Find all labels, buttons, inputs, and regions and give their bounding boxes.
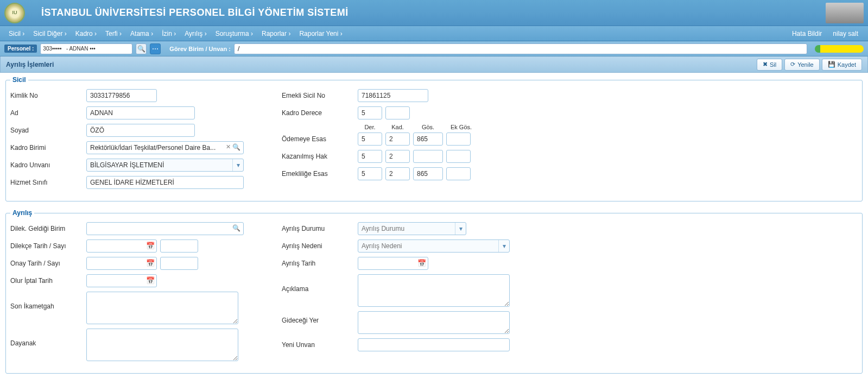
dilekce-tarih-label: Dilekçe Tarih / Sayı [10,242,86,250]
dilek-birim-label: Dilek. Geldiği Birim [10,225,86,232]
university-logo: IU [4,3,25,23]
odemeye-esas-label: Ödemeye Esas [282,135,358,143]
gate-logo [826,3,864,23]
kadro-derece-label: Kadro Derece [282,109,358,117]
app-title: İSTANBUL ÜNİVERSİTESİ PERSONEL BİLGİ YÖN… [41,7,349,18]
emeklilik-gos-input[interactable] [413,167,443,180]
hizmet-sinifi-label: Hizmet Sınıfı [10,179,86,186]
odemeye-ekgos-input[interactable] [446,133,471,146]
sil-button[interactable]: ✖Sil [757,59,782,71]
kimlik-no-input[interactable] [86,89,157,102]
personel-more-icon[interactable]: ⋯ [150,43,161,54]
kimlik-no-label: Kimlik No [10,92,86,99]
hata-bildir-link[interactable]: Hata Bildir [787,30,827,37]
emeklilige-esas-label: Emekliliğe Esas [282,170,358,178]
odemeye-der-input[interactable] [358,133,382,146]
emekli-sicil-label: Emekli Sicil No [282,92,358,99]
menu-sicil[interactable]: Sicil [4,30,29,37]
kadro-derece-1-input[interactable] [358,106,382,119]
menu-kadro[interactable]: Kadro [71,30,101,37]
menu-ayrilis[interactable]: Ayrılış [180,30,211,37]
search-icon[interactable]: 🔍 [232,224,240,232]
kadro-birimi-label: Kadro Birimi [10,144,86,152]
aciklama-textarea[interactable] [358,274,510,307]
dayanak-textarea[interactable] [86,329,238,361]
yenile-button[interactable]: ⟳Yenile [784,59,820,71]
menu-atama[interactable]: Atama [126,30,157,37]
gorev-input[interactable] [234,43,807,54]
calendar-icon[interactable]: 📅 [417,259,426,267]
soyad-input[interactable] [86,124,195,137]
yeni-unvan-input[interactable] [358,338,510,351]
ayrilis-durumu-select[interactable] [358,222,466,235]
menu-raporlar-yeni[interactable]: Raporlar Yeni [295,30,346,37]
ayrilis-nedeni-label: Ayrılış Nedeni [282,242,358,250]
gorev-label: Görev Birim / Unvan : [169,46,230,52]
kazanilmis-kad-input[interactable] [385,150,410,163]
onay-sayi-input[interactable] [160,257,198,270]
personel-search-icon[interactable]: 🔍 [136,43,147,54]
kadro-birimi-input[interactable] [86,141,244,154]
menu-sorusturma[interactable]: Soruşturma [211,30,257,37]
son-ikametgah-label: Son İkametgah [10,292,86,310]
odemeye-kad-input[interactable] [385,133,410,146]
kadro-unvani-label: Kadro Unvanı [10,161,86,169]
emeklilik-ekgos-input[interactable] [446,167,471,180]
hizmet-sinifi-input[interactable] [86,176,244,189]
panel-title: Ayrılış İşlemleri [6,61,54,68]
aciklama-label: Açıklama [282,274,358,293]
menu-sicil-diger[interactable]: Sicil Diğer [29,30,71,37]
menu-izin[interactable]: İzin [157,30,180,37]
user-name[interactable]: nilay salt [827,30,864,37]
kazanilmis-ekgos-input[interactable] [446,150,471,163]
calendar-icon[interactable]: 📅 [146,276,155,285]
app-header: IU İSTANBUL ÜNİVERSİTESİ PERSONEL BİLGİ … [0,0,868,26]
sicil-legend: Sicil [10,76,28,84]
personel-input[interactable] [40,43,132,54]
dilekce-sayi-input[interactable] [160,239,198,253]
calendar-icon[interactable]: 📅 [146,242,155,250]
clear-icon[interactable]: ✕ [226,143,231,150]
panel-title-bar: Ayrılış İşlemleri ✖Sil ⟳Yenile 💾Kaydet [0,56,868,73]
kadro-unvani-select[interactable] [86,159,244,172]
emekli-sicil-input[interactable] [358,89,428,102]
kadro-derece-2-input[interactable] [385,106,410,119]
ad-input[interactable] [86,106,195,119]
ayrilis-nedeni-select[interactable] [358,239,510,253]
ayrilis-fieldset: Ayrılış Dilek. Geldiği Birim 🔍 Dilekçe T… [5,209,863,374]
onay-tarih-label: Onay Tarih / Sayı [10,260,86,267]
emeklilik-der-input[interactable] [358,167,382,180]
menu-terfi[interactable]: Terfi [101,30,126,37]
search-icon[interactable]: 🔍 [232,143,240,151]
refresh-icon: ⟳ [790,61,795,68]
sicil-fieldset: Sicil Kimlik No Ad Soyad Kadro Birimi [5,76,863,201]
kazanilmis-gos-input[interactable] [413,150,443,163]
kazanilmis-hak-label: Kazanılmış Hak [282,153,358,160]
odemeye-gos-input[interactable] [413,133,443,146]
ayrilis-legend: Ayrılış [10,209,34,217]
son-ikametgah-textarea[interactable] [86,292,238,324]
main-menu: Sicil Sicil Diğer Kadro Terfi Atama İzin… [0,26,868,41]
dilek-birim-input[interactable] [86,222,244,235]
calendar-icon[interactable]: 📅 [146,259,155,267]
kazanilmis-der-input[interactable] [358,150,382,163]
personel-search-bar: Personel : 🔍 ⋯ Görev Birim / Unvan : [0,41,868,56]
ayrilis-durumu-label: Ayrılış Durumu [282,225,358,232]
olur-iptal-label: Olur İptal Tarih [10,277,86,285]
kaydet-button[interactable]: 💾Kaydet [822,59,862,71]
ad-label: Ad [10,109,86,117]
ayrilis-tarih-label: Ayrılış Tarih [282,260,358,267]
grade-grid-header: Der. Kad. Gös. Ek Gös. [358,124,542,130]
menu-raporlar[interactable]: Raporlar [257,30,295,37]
emeklilik-kad-input[interactable] [385,167,410,180]
status-indicator [815,45,864,53]
dayanak-label: Dayanak [10,329,86,347]
soyad-label: Soyad [10,127,86,134]
chevron-down-icon[interactable]: ▾ [232,159,243,171]
close-icon: ✖ [763,61,768,68]
chevron-down-icon[interactable]: ▾ [455,223,466,235]
chevron-down-icon[interactable]: ▾ [498,240,509,252]
gidecegi-yer-textarea[interactable] [358,311,510,334]
yeni-unvan-label: Yeni Unvan [282,341,358,349]
personel-label: Personel : [4,45,37,53]
